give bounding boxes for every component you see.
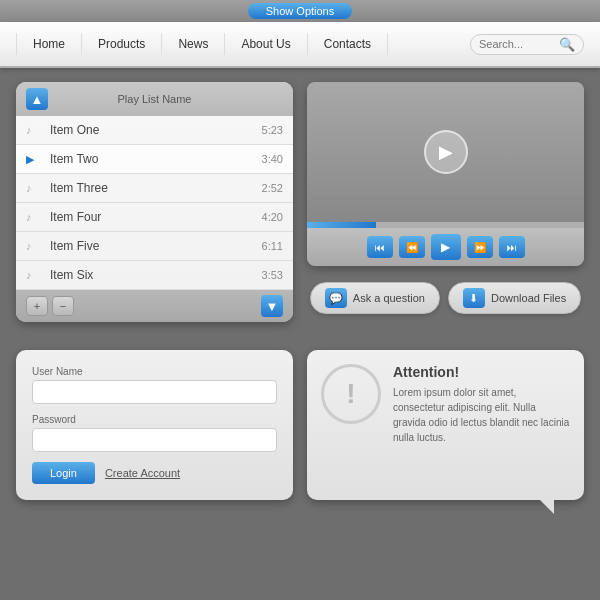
playlist-header: ▲ Play List Name [16,82,293,116]
video-skip-back-button[interactable]: ⏮ [367,236,393,258]
top-bar: Show Options [0,0,600,22]
item-time-3: 2:52 [262,182,283,194]
video-section: ▶ ⏮ ⏪ ▶ ⏩ ⏭ 💬 Ask a question ⬇ Download … [307,82,584,322]
nav-items: Home Products News About Us Contacts [16,33,470,55]
playlist-item-4[interactable]: ♪ Item Four 4:20 [16,203,293,232]
question-icon: 💬 [325,288,347,308]
attention-text: Attention! Lorem ipsum dolor sit amet, c… [393,364,570,445]
nav-item-contacts[interactable]: Contacts [308,33,388,55]
playlist-widget: ▲ Play List Name ♪ Item One 5:23 ▶ Item … [16,82,293,322]
playlist-title: Play List Name [118,93,192,105]
username-input[interactable] [32,380,277,404]
playlist-remove-button[interactable]: − [52,296,74,316]
download-label: Download Files [491,292,566,304]
video-widget: ▶ ⏮ ⏪ ▶ ⏩ ⏭ [307,82,584,266]
music-icon-6: ♪ [26,269,44,281]
play-icon-2: ▶ [26,153,44,166]
nav-item-home[interactable]: Home [16,33,82,55]
item-name-5: Item Five [50,239,262,253]
nav-item-about[interactable]: About Us [225,33,307,55]
ask-question-button[interactable]: 💬 Ask a question [310,282,440,314]
search-box: 🔍 [470,34,584,55]
video-play-pause-button[interactable]: ▶ [431,234,461,260]
playlist-footer: + − ▼ [16,290,293,322]
music-icon-5: ♪ [26,240,44,252]
login-actions: Login Create Account [32,462,277,484]
ask-question-label: Ask a question [353,292,425,304]
password-label: Password [32,414,277,425]
create-account-link[interactable]: Create Account [105,467,180,479]
bottom-section: User Name Password Login Create Account … [0,350,600,500]
attention-title: Attention! [393,364,570,380]
attention-body: Lorem ipsum dolor sit amet, consectetur … [393,385,570,445]
playlist-item-5[interactable]: ♪ Item Five 6:11 [16,232,293,261]
password-input[interactable] [32,428,277,452]
nav-item-products[interactable]: Products [82,33,162,55]
attention-widget: ! Attention! Lorem ipsum dolor sit amet,… [307,350,584,500]
item-name-4: Item Four [50,210,262,224]
download-files-button[interactable]: ⬇ Download Files [448,282,581,314]
video-skip-forward-button[interactable]: ⏭ [499,236,525,258]
playlist-item-2[interactable]: ▶ Item Two 3:40 [16,145,293,174]
video-screen: ▶ [307,82,584,222]
download-icon: ⬇ [463,288,485,308]
main-content: ▲ Play List Name ♪ Item One 5:23 ▶ Item … [0,68,600,350]
playlist-item-3[interactable]: ♪ Item Three 2:52 [16,174,293,203]
item-time-6: 3:53 [262,269,283,281]
video-controls: ⏮ ⏪ ▶ ⏩ ⏭ [307,228,584,266]
playlist-down-button[interactable]: ▼ [261,295,283,317]
show-options-button[interactable]: Show Options [248,3,352,19]
nav-item-news[interactable]: News [162,33,225,55]
music-icon-3: ♪ [26,182,44,194]
video-play-button[interactable]: ▶ [424,130,468,174]
playlist-items: ♪ Item One 5:23 ▶ Item Two 3:40 ♪ Item T… [16,116,293,290]
username-label: User Name [32,366,277,377]
username-field: User Name [32,366,277,404]
login-widget: User Name Password Login Create Account [16,350,293,500]
search-icon: 🔍 [559,37,575,52]
item-time-1: 5:23 [262,124,283,136]
item-name-1: Item One [50,123,262,137]
login-button[interactable]: Login [32,462,95,484]
video-fast-forward-button[interactable]: ⏩ [467,236,493,258]
search-input[interactable] [479,38,559,50]
video-progress-bar[interactable] [307,222,584,228]
item-name-2: Item Two [50,152,262,166]
playlist-add-button[interactable]: + [26,296,48,316]
music-icon-1: ♪ [26,124,44,136]
playlist-item-1[interactable]: ♪ Item One 5:23 [16,116,293,145]
playlist-item-6[interactable]: ♪ Item Six 3:53 [16,261,293,290]
item-time-4: 4:20 [262,211,283,223]
video-rewind-button[interactable]: ⏪ [399,236,425,258]
nav-bar: Home Products News About Us Contacts 🔍 [0,22,600,68]
music-icon-4: ♪ [26,211,44,223]
item-name-6: Item Six [50,268,262,282]
playlist-up-button[interactable]: ▲ [26,88,48,110]
password-field: Password [32,414,277,452]
item-time-5: 6:11 [262,240,283,252]
video-progress-fill [307,222,376,228]
video-action-buttons: 💬 Ask a question ⬇ Download Files [307,282,584,314]
item-name-3: Item Three [50,181,262,195]
attention-icon: ! [321,364,381,424]
item-time-2: 3:40 [262,153,283,165]
